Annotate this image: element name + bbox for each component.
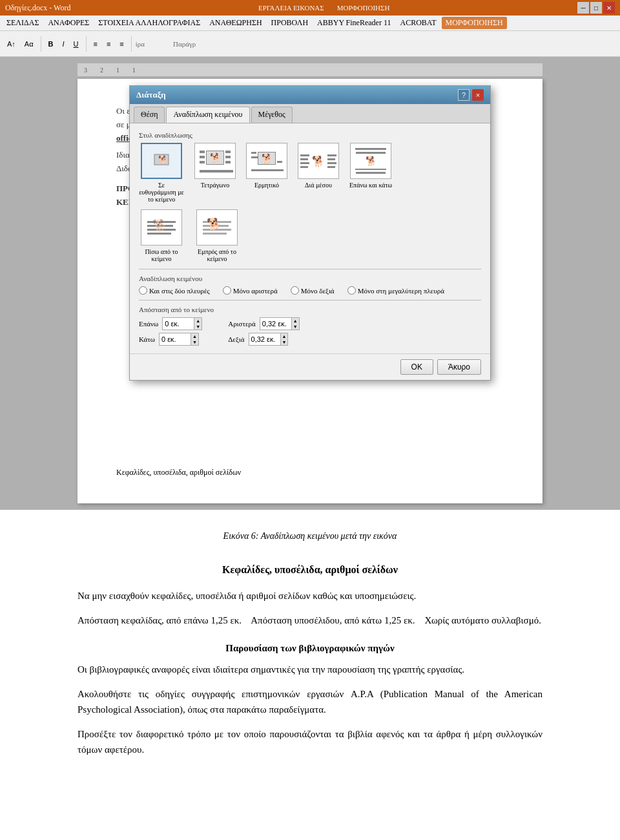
aristera-row: Αριστερά ▲ ▼ <box>228 317 300 330</box>
menu-item-allilogr[interactable]: ΣΤΟΙΧΕΙΑ ΑΛΛΗΛΟΓΡΑΦΙΑΣ <box>94 17 204 29</box>
ok-button[interactable]: ΟΚ <box>400 359 433 375</box>
word-toolbar: Α↑ Αα B I U ≡ ≡ ≡ ίρα Παράγρ <box>0 31 620 57</box>
maximize-button[interactable]: □ <box>590 2 602 14</box>
kato-row: Κάτω ▲ ▼ <box>139 333 202 346</box>
wrap-option-tight[interactable]: 🐕 Ερμητικό <box>246 143 287 203</box>
ruler: 321 1 <box>78 63 542 76</box>
epano-spin-down[interactable]: ▼ <box>194 324 202 330</box>
toolbar-divider-2 <box>86 36 87 52</box>
kato-input-group: ▲ ▼ <box>159 333 199 346</box>
toolbar-label: ίρα <box>136 40 145 48</box>
aristera-input-group: ▲ ▼ <box>260 317 300 330</box>
wrap-option-behind-label: Πίσω από το κείμενο <box>139 248 184 262</box>
menu-item-abbyy[interactable]: ABBYY FineReader 11 <box>313 17 395 29</box>
aristera-spin-down[interactable]: ▼ <box>292 324 299 330</box>
toolbar-divider-1 <box>41 36 41 52</box>
epano-spin-up[interactable]: ▲ <box>194 318 202 324</box>
epano-label: Επάνω <box>139 320 158 328</box>
wrap-option-topbottom[interactable]: 🐕 Επάνω και κάτω <box>349 143 392 203</box>
wrap-text-section-label: Αναδίπλωση κειμένου <box>139 275 481 282</box>
wrap-option-square-label: Τετράγωνο <box>201 182 229 189</box>
tab-wrap-text[interactable]: Αναδίπλωση κειμένου <box>166 107 249 123</box>
wrap-option-infront[interactable]: 🐕 Εμπρός από το κείμενο <box>194 209 240 262</box>
dexia-spin-up[interactable]: ▲ <box>281 333 288 339</box>
dialog-body: Στυλ αναδίπλωσης 🐕 <box>130 123 490 353</box>
wrap-options-row1: 🐕 Σε ευθυγράμμιση με το κείμενο 🐕 <box>139 143 481 203</box>
svg-text:🐕: 🐕 <box>158 154 168 164</box>
word-titlebar: Οδηγίες.docx - Word ΕΡΓΑΛΕΙΑ ΕΙΚΟΝΑΣ ΜΟΡ… <box>0 0 620 16</box>
menu-item-acrobat[interactable]: ACROBAT <box>396 17 440 29</box>
dialog-title: Διάταξη <box>136 90 166 100</box>
body-para3: Οι βιβλιογραφικές αναφορές είναι ιδιαίτε… <box>78 662 542 677</box>
radio-right-only[interactable]: Μόνο δεξιά <box>291 286 335 295</box>
wrap-option-behind[interactable]: 🐕 Πίσω από το κείμενο <box>139 209 184 262</box>
toolbar-bold-btn[interactable]: B <box>45 38 57 50</box>
dialog-titlebar: Διάταξη ? × <box>130 86 490 104</box>
dexia-input-group: ▲ ▼ <box>249 333 289 346</box>
dialog-footer: ΟΚ Άκυρο <box>130 353 490 380</box>
minimize-button[interactable]: ─ <box>577 2 589 14</box>
aristera-input[interactable] <box>260 317 292 330</box>
toolbar-align-center-btn[interactable]: ≡ <box>103 38 114 50</box>
epano-input[interactable] <box>162 317 194 330</box>
dexia-label: Δεξιά <box>228 335 244 343</box>
dialog-divider-1 <box>139 269 481 269</box>
toolbar-italic-btn[interactable]: I <box>59 38 68 50</box>
distance-col-left: Επάνω ▲ ▼ Κάτω <box>139 317 202 346</box>
wrap-options-row2: 🐕 Πίσω από το κείμενο <box>139 209 481 262</box>
word-doc-area: 321 1 Οι εικόνες σε μορφή ε office. Ιδια… <box>0 57 620 510</box>
menu-item-anafores[interactable]: ΑΝΑΦΟΡΕΣ <box>44 17 93 29</box>
dialog-tabs: Θέση Αναδίπλωση κειμένου Μέγεθος <box>130 104 490 123</box>
close-button[interactable]: ✕ <box>603 2 615 14</box>
toolbar-divider-3 <box>131 36 132 52</box>
kato-spin-up[interactable]: ▲ <box>191 333 198 339</box>
wrap-option-topbottom-label: Επάνω και κάτω <box>349 182 392 189</box>
menu-item-provoli[interactable]: ΠΡΟΒΟΛΗ <box>267 17 312 29</box>
dexia-input[interactable] <box>249 333 281 346</box>
kato-input[interactable] <box>159 333 191 346</box>
distance-col-right: Αριστερά ▲ ▼ Δεξιά <box>228 317 300 346</box>
body-para4: Ακολουθήστε τις οδηγίες συγγραφής επιστη… <box>78 686 542 717</box>
toolbar-align-right-btn[interactable]: ≡ <box>116 38 127 50</box>
toolbar-underline-btn[interactable]: U <box>70 38 82 50</box>
radio-both-sides[interactable]: Και στις δύο πλευρές <box>139 286 210 295</box>
dialog-divider-2 <box>139 300 481 300</box>
dialog-close-button[interactable]: × <box>472 89 484 101</box>
menu-item-anatheor[interactable]: ΑΝΑΘΕΩΡΗΣΗ <box>205 17 265 29</box>
wrap-option-inline[interactable]: 🐕 Σε ευθυγράμμιση με το κείμενο <box>139 143 184 203</box>
epano-input-group: ▲ ▼ <box>162 317 202 330</box>
tab-size[interactable]: Μέγεθος <box>251 107 293 123</box>
menu-item-selidas[interactable]: ΣΕΛΙΔΑΣ <box>3 17 43 29</box>
radio-largest-side[interactable]: Μόνο στη μεγαλύτερη πλευρά <box>347 286 444 295</box>
dexia-spin-down[interactable]: ▼ <box>281 339 288 345</box>
menubar: ΣΕΛΙΔΑΣ ΑΝΑΦΟΡΕΣ ΣΤΟΙΧΕΙΑ ΑΛΛΗΛΟΓΡΑΦΙΑΣ … <box>0 16 620 31</box>
section1-title: Κεφαλίδες, υποσέλιδα, αριθμοί σελίδων <box>78 562 542 578</box>
toolbar-font-btn[interactable]: Α↑ <box>4 38 19 50</box>
kato-label: Κάτω <box>139 335 155 343</box>
dialog-overlay: Διάταξη ? × Θέση Αναδίπλωση κειμένου Μέγ… <box>129 79 491 503</box>
wrap-option-through-label: Διά μέσου <box>305 182 332 189</box>
wrap-text-radio-group: Και στις δύο πλευρές Μόνο αριστερά Μόνο … <box>139 286 481 295</box>
kato-spin-down[interactable]: ▼ <box>191 339 198 345</box>
body-para1: Να μην εισαχθούν κεφαλίδες, υποσέλιδα ή … <box>78 588 542 604</box>
dexia-row: Δεξιά ▲ ▼ <box>228 333 300 346</box>
menu-item-morphop[interactable]: ΜΟΡΦΟΠΟΙΗΣΗ <box>442 17 507 29</box>
wrap-option-through[interactable]: 🐕 Διά μέσου <box>298 143 339 203</box>
cancel-button[interactable]: Άκυρο <box>437 359 481 375</box>
radio-left-only[interactable]: Μόνο αριστερά <box>223 286 278 295</box>
toolbar-font-size-btn[interactable]: Αα <box>21 38 37 50</box>
dialog: Διάταξη ? × Θέση Αναδίπλωση κειμένου Μέγ… <box>129 85 491 381</box>
tab-position[interactable]: Θέση <box>134 107 165 123</box>
dialog-help-button[interactable]: ? <box>458 89 470 101</box>
wrap-option-square[interactable]: 🐕 Τετράγωνο <box>194 143 236 203</box>
body-para2-part3: Χωρίς αυτόματο συλλαβισμό. <box>425 615 541 625</box>
body-para2-part2: Απόσταση υποσέλιδου, από κάτω 1,25 εκ. <box>251 615 415 625</box>
wrap-style-label: Στυλ αναδίπλωσης <box>139 131 481 139</box>
aristera-spin-up[interactable]: ▲ <box>292 318 299 324</box>
ribbon-sub-label: ΜΟΡΦΟΠΟΙΗΣΗ <box>332 3 395 13</box>
toolbar-parag-label: Παράγρ <box>173 40 196 48</box>
wrap-option-tight-label: Ερμητικό <box>254 182 279 189</box>
toolbar-align-left-btn[interactable]: ≡ <box>90 38 101 50</box>
ribbon-tab-label: ΕΡΓΑΛΕΙΑ ΕΙΚΟΝΑΣ <box>253 3 329 13</box>
distance-section-label: Απόσταση από το κείμενο <box>139 306 481 313</box>
